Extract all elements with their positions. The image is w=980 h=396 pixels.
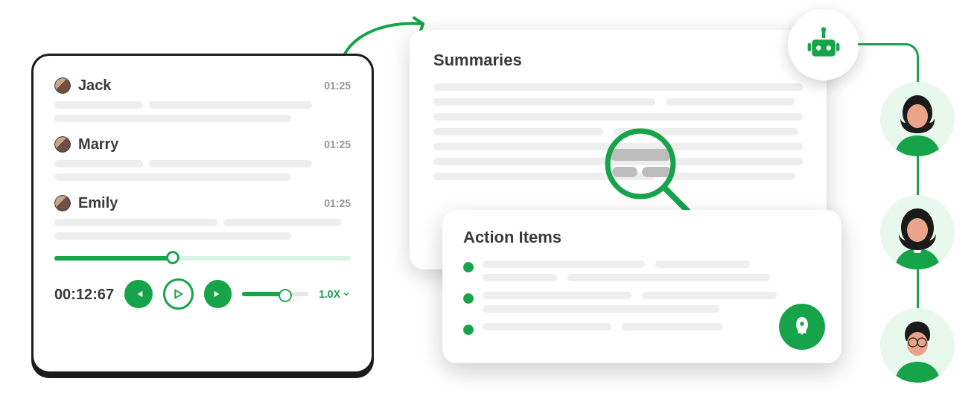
svg-point-10 <box>821 28 826 32</box>
speaker-row: Jack 01:25 <box>54 77 351 122</box>
svg-rect-9 <box>822 31 826 38</box>
speed-label: 1.0X <box>319 288 340 300</box>
svg-point-14 <box>907 218 928 242</box>
person-avatar <box>880 82 955 156</box>
chevron-down-icon <box>342 290 351 298</box>
speaker-name: Jack <box>78 77 324 94</box>
person-avatar <box>880 308 955 383</box>
svg-rect-6 <box>812 39 836 57</box>
prev-button[interactable] <box>124 280 152 308</box>
speaker-time: 01:25 <box>324 138 351 150</box>
action-item <box>463 261 821 281</box>
speaker-name: Marry <box>78 135 324 153</box>
elapsed-time: 00:12:67 <box>54 286 114 303</box>
action-item <box>463 292 821 313</box>
bullet-icon <box>463 262 474 272</box>
svg-rect-12 <box>836 43 840 51</box>
summary-placeholder <box>433 83 803 180</box>
speech-placeholder <box>54 219 351 240</box>
speaker-row: Emily 01:25 <box>54 194 351 240</box>
action-items-card: Action Items <box>442 210 841 363</box>
assistant-badge <box>788 9 859 80</box>
svg-rect-11 <box>808 43 812 51</box>
speaker-time: 01:25 <box>324 197 351 209</box>
speaker-row: Marry 01:25 <box>54 135 351 181</box>
speaker-name: Emily <box>78 194 324 211</box>
speech-placeholder <box>54 101 351 122</box>
rocket-icon <box>790 315 814 339</box>
speech-placeholder <box>54 160 351 181</box>
play-button[interactable] <box>163 278 194 310</box>
speaker-time: 01:25 <box>324 80 351 92</box>
volume-slider[interactable] <box>242 292 308 296</box>
avatar <box>54 195 71 211</box>
avatar <box>54 136 71 153</box>
bullet-icon <box>463 293 474 304</box>
action-item <box>463 323 821 335</box>
summaries-title: Summaries <box>433 51 803 70</box>
transcript-card: Jack 01:25 Marry 01:25 Emily 01:25 00:12… <box>31 54 374 374</box>
svg-point-8 <box>827 45 831 50</box>
avatar <box>54 77 71 94</box>
playback-progress[interactable] <box>54 253 351 262</box>
person-avatar <box>880 195 955 269</box>
player-controls: 00:12:67 1.0X <box>54 278 351 310</box>
robot-icon <box>804 25 844 65</box>
svg-point-13 <box>907 104 928 128</box>
svg-point-7 <box>816 45 821 50</box>
action-items-title: Action Items <box>463 228 821 247</box>
playback-speed[interactable]: 1.0X <box>319 288 351 300</box>
launch-button[interactable] <box>779 304 825 350</box>
bullet-icon <box>463 325 474 335</box>
next-button[interactable] <box>204 280 232 308</box>
